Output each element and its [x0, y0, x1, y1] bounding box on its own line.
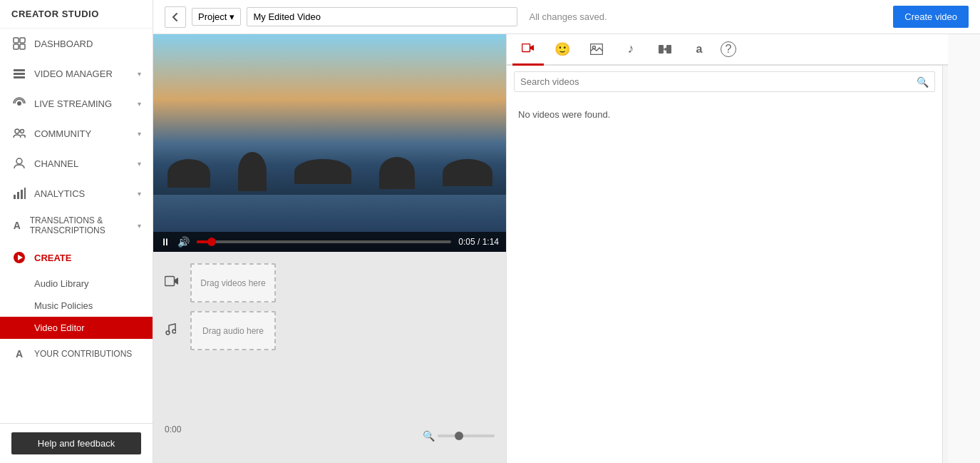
chevron-down-icon: ▾: [138, 130, 141, 138]
pause-button[interactable]: ⏸: [160, 236, 170, 248]
zoom-thumb: [455, 432, 463, 440]
svg-point-9: [21, 130, 24, 133]
sidebar-item-channel[interactable]: CHANNEL ▾: [0, 148, 153, 178]
panel-content-area: 🔍 No videos were found.: [507, 66, 948, 463]
back-button[interactable]: [165, 6, 186, 28]
svg-rect-6: [14, 76, 25, 78]
sidebar-item-analytics[interactable]: ANALYTICS ▾: [0, 178, 153, 208]
video-drop-label: Drag videos here: [200, 278, 265, 288]
progress-thumb: [207, 238, 216, 246]
sidebar-label-video-manager: VIDEO MANAGER: [34, 68, 113, 79]
audio-library-label: Audio Library: [34, 278, 89, 289]
sidebar-label-create: CREATE: [34, 253, 71, 263]
audio-drop-label: Drag audio here: [202, 326, 264, 336]
sidebar-item-create[interactable]: CREATE: [0, 243, 153, 273]
svg-rect-0: [14, 38, 19, 43]
zoom-slider[interactable]: [438, 434, 495, 437]
svg-rect-5: [14, 73, 25, 75]
svg-rect-20: [522, 44, 530, 51]
main-content: Project ▾ All changes saved. Create vide…: [153, 0, 980, 463]
rock-2: [238, 152, 267, 191]
chevron-down-icon: ▾: [138, 222, 141, 230]
tab-music[interactable]: ♪: [615, 34, 646, 66]
chevron-down-icon: ▾: [138, 70, 141, 78]
progress-bar[interactable]: [197, 240, 451, 243]
video-drop-zone: Drag videos here: [165, 263, 495, 302]
sidebar-label-community: COMMUNITY: [34, 128, 91, 139]
sidebar-sub-audio-library[interactable]: Audio Library: [0, 273, 153, 295]
search-icon: 🔍: [911, 76, 934, 88]
svg-point-10: [16, 158, 22, 164]
search-bar: 🔍: [514, 71, 935, 92]
search-input[interactable]: [515, 72, 911, 91]
tab-transition[interactable]: [649, 34, 681, 66]
tab-photo[interactable]: [581, 34, 612, 66]
topbar: Project ▾ All changes saved. Create vide…: [153, 0, 980, 34]
project-label: Project: [198, 11, 227, 22]
chevron-down-icon: ▾: [138, 100, 141, 108]
dropdown-caret-icon: ▾: [229, 11, 234, 22]
project-dropdown[interactable]: Project ▾: [192, 8, 241, 26]
panel-scrollbar[interactable]: [942, 66, 948, 463]
create-icon: [11, 250, 27, 265]
audio-drop-box[interactable]: Drag audio here: [190, 311, 276, 350]
live-streaming-icon: [11, 96, 27, 111]
video-preview-panel: ⏸ 🔊 0:05 / 1:14 Drag videos here: [153, 34, 506, 463]
panel-tabs: 🙂 ♪ a ?: [507, 34, 948, 66]
music-policies-label: Music Policies: [34, 300, 93, 311]
dashboard-icon: [11, 36, 27, 51]
your-contributions-icon: A: [11, 346, 27, 362]
sidebar-item-community[interactable]: COMMUNITY ▾: [0, 118, 153, 148]
svg-rect-11: [14, 195, 16, 199]
tab-emoji[interactable]: 🙂: [547, 34, 578, 66]
sidebar: CREATOR STUDIO DASHBOARD VIDEO MANAGER ▾…: [0, 0, 153, 463]
create-video-button[interactable]: Create video: [893, 6, 969, 28]
svg-point-19: [172, 330, 176, 333]
time-display: 0:05 / 1:14: [458, 237, 499, 247]
right-panel: 🙂 ♪ a ? 🔍 No videos were found.: [506, 34, 948, 463]
tab-video[interactable]: [512, 34, 544, 66]
audio-drop-zone: Drag audio here: [165, 311, 495, 350]
sidebar-item-dashboard[interactable]: DASHBOARD: [0, 29, 153, 58]
svg-rect-3: [20, 44, 25, 49]
sidebar-label-channel: CHANNEL: [34, 158, 78, 169]
music-note-icon: [165, 322, 182, 339]
video-frame: [153, 34, 506, 252]
sidebar-item-live-streaming[interactable]: LIVE STREAMING ▾: [0, 88, 153, 118]
project-name-input[interactable]: [247, 7, 517, 26]
sidebar-item-video-manager[interactable]: VIDEO MANAGER ▾: [0, 58, 153, 88]
panel-content: 🔍 No videos were found.: [507, 66, 942, 463]
timeline-time-marker: 0:00: [165, 424, 181, 434]
saved-status: All changes saved.: [529, 11, 607, 22]
channel-icon: [11, 156, 27, 171]
sidebar-label-analytics: ANALYTICS: [34, 188, 85, 199]
sidebar-item-translations[interactable]: A TRANSLATIONS & TRANSCRIPTIONS ▾: [0, 208, 153, 243]
rocks-area: [153, 152, 506, 209]
video-manager-icon: [11, 66, 27, 81]
svg-rect-12: [17, 192, 19, 199]
video-drop-box[interactable]: Drag videos here: [190, 263, 276, 302]
chevron-down-icon: ▾: [138, 190, 141, 198]
sidebar-sub-music-policies[interactable]: Music Policies: [0, 295, 153, 317]
help-feedback-button[interactable]: Help and feedback: [11, 432, 141, 454]
video-editor-label: Video Editor: [34, 322, 85, 333]
sidebar-sub-video-editor[interactable]: Video Editor: [0, 317, 153, 339]
video-container[interactable]: ⏸ 🔊 0:05 / 1:14: [153, 34, 506, 252]
tab-help[interactable]: ?: [721, 41, 736, 57]
sidebar-label-your-contributions: YOUR CONTRIBUTIONS: [34, 349, 132, 359]
svg-rect-13: [21, 190, 23, 199]
tab-amazon[interactable]: a: [684, 34, 715, 66]
rock-3: [294, 159, 351, 184]
rock-4: [379, 157, 415, 189]
no-results-message: No videos were found.: [507, 98, 942, 131]
sidebar-label-translations: TRANSLATIONS & TRANSCRIPTIONS: [30, 215, 138, 235]
editor-area: ⏸ 🔊 0:05 / 1:14 Drag videos here: [153, 34, 980, 463]
sidebar-bottom: Help and feedback: [0, 423, 153, 463]
sidebar-label-dashboard: DASHBOARD: [34, 39, 93, 49]
zoom-controls: 🔍: [423, 430, 495, 442]
sidebar-item-your-contributions[interactable]: A YOUR CONTRIBUTIONS: [0, 339, 153, 369]
volume-button[interactable]: 🔊: [177, 236, 190, 248]
svg-rect-17: [165, 277, 175, 286]
translations-icon: A: [11, 218, 23, 233]
svg-point-18: [166, 331, 170, 335]
